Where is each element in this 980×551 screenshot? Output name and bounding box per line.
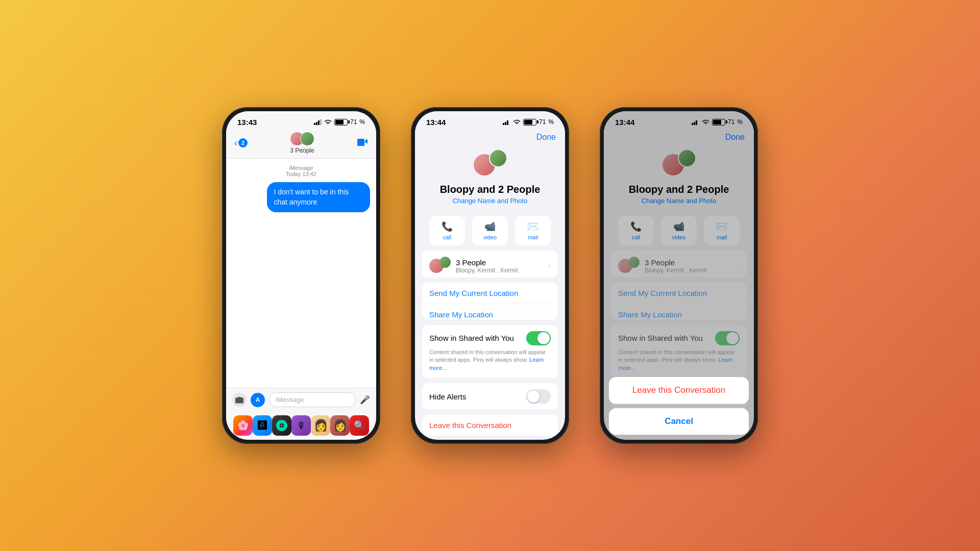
nav-bar-1: ‹ 2 3 People — [226, 130, 376, 159]
cancel-action-3[interactable]: Cancel — [609, 408, 749, 435]
time-1: 13:43 — [237, 118, 257, 127]
svg-rect-1 — [316, 122, 317, 125]
phone-icon-2: 📞 — [442, 221, 453, 232]
nav-center-1[interactable]: 3 People — [290, 132, 314, 154]
video-icon-2: 📹 — [484, 221, 496, 232]
people-sub-2: Bloopy, Kermit , Kermit — [456, 267, 543, 274]
mic-icon-1[interactable]: 🎤 — [360, 395, 370, 405]
mail-label-2: mail — [528, 234, 538, 240]
mail-icon-2: ✉️ — [527, 221, 538, 232]
share-location-2[interactable]: Share My Location — [422, 304, 558, 320]
info-header-2: Done — [415, 130, 565, 144]
battery-icon-2 — [523, 119, 536, 126]
dock-1: 🌸 🅰 🎙 👩 👩 🔍 — [226, 412, 376, 440]
hide-alerts-knob-2 — [527, 390, 540, 403]
video-label-2: video — [483, 234, 497, 240]
message-input-1[interactable]: iMessage — [269, 392, 356, 407]
hero-avatars-2 — [473, 149, 507, 180]
done-button-2[interactable]: Done — [536, 133, 556, 142]
memoji1-icon-1[interactable]: 👩 — [311, 415, 330, 436]
shared-toggle-2[interactable] — [526, 331, 551, 345]
people-card-2: 3 People Bloopy, Kermit , Kermit › — [422, 251, 558, 278]
hide-alerts-row-2: Hide Alerts — [422, 383, 558, 410]
podcast-icon-1[interactable]: 🎙 — [291, 415, 311, 436]
people-row-2[interactable]: 3 People Bloopy, Kermit , Kermit › — [422, 251, 558, 278]
hero-avatar-secondary-2 — [489, 149, 507, 167]
message-bubble-1: I don't want to be in this chat anymore — [267, 182, 371, 212]
svg-rect-3 — [320, 119, 322, 125]
battery-icon-1 — [334, 119, 348, 126]
phone-messages: 13:43 71% — [222, 107, 380, 444]
people-av2-2 — [439, 257, 451, 268]
camera-input-icon-1[interactable] — [232, 393, 247, 407]
search-icon-1[interactable]: 🔍 — [350, 415, 369, 436]
toggle-knob-2 — [537, 332, 550, 344]
signal-icon-2 — [503, 119, 510, 125]
info-hero-2: Bloopy and 2 People Change Name and Phot… — [415, 144, 565, 211]
music-icon-1[interactable] — [272, 415, 291, 436]
appstore-icon-1[interactable]: 🅰 — [253, 415, 272, 436]
location-card-2: Send My Current Location Share My Locati… — [422, 283, 558, 320]
shared-card-2: Show in Shared with You Content shared i… — [422, 325, 558, 378]
nav-badge-1: 2 — [238, 138, 248, 147]
status-icons-2: 71% — [503, 118, 554, 126]
svg-point-6 — [281, 424, 283, 427]
people-avatars-2 — [429, 257, 451, 275]
svg-rect-9 — [507, 120, 508, 125]
battery-pct-2: 71 — [539, 118, 546, 126]
phone-info: 13:44 71% Done — [411, 107, 569, 444]
video-call-button-1[interactable] — [357, 137, 368, 149]
avatar-secondary-1 — [300, 132, 314, 146]
svg-rect-0 — [314, 123, 315, 125]
shared-desc-2: Content shared in this conversation will… — [429, 348, 551, 372]
action-sheet-overlay-3: Leave this Conversation Cancel — [604, 111, 754, 440]
status-bar-1: 13:43 71% — [226, 111, 376, 130]
action-sheet-main-3: Leave this Conversation — [609, 377, 749, 404]
info-sections-2: 3 People Bloopy, Kermit , Kermit › Send … — [415, 251, 565, 440]
call-button-2[interactable]: 📞 call — [429, 216, 465, 245]
call-label-2: call — [443, 234, 452, 240]
shared-title-2: Show in Shared with You — [429, 334, 514, 342]
people-title-2: 3 People — [456, 258, 543, 267]
back-button-1[interactable]: ‹ 2 — [234, 138, 248, 147]
battery-pct-1: 71 — [350, 118, 357, 126]
leave-conversation-2[interactable]: Leave this Conversation — [422, 415, 558, 436]
change-name-photo-2[interactable]: Change Name and Photo — [453, 197, 528, 205]
action-row-2: 📞 call 📹 video ✉️ mail — [415, 211, 565, 251]
apps-input-icon-1[interactable]: A — [251, 393, 265, 407]
hero-name-2: Bloopy and 2 People — [440, 184, 541, 195]
wifi-icon-1 — [324, 119, 332, 125]
shared-row-2: Show in Shared with You — [429, 331, 551, 345]
status-icons-1: 71% — [314, 118, 365, 126]
mail-button-2[interactable]: ✉️ mail — [515, 216, 551, 245]
nav-avatars-1 — [290, 132, 314, 146]
message-timestamp-1: iMessage Today 13:42 — [232, 165, 370, 177]
signal-icon-1 — [314, 119, 322, 125]
memoji2-icon-1[interactable]: 👩 — [330, 415, 350, 436]
apps-icon-1: A — [256, 396, 260, 404]
back-arrow-icon-1: ‹ — [234, 138, 237, 147]
svg-rect-7 — [503, 123, 504, 125]
action-sheet-3: Leave this Conversation Cancel — [604, 377, 754, 440]
time-2: 13:44 — [426, 118, 446, 127]
chevron-icon-2: › — [548, 262, 551, 270]
hide-alerts-toggle-2[interactable] — [526, 389, 551, 404]
photos-app-icon-1[interactable]: 🌸 — [233, 415, 253, 436]
video-button-2[interactable]: 📹 video — [472, 216, 508, 245]
svg-rect-2 — [318, 120, 320, 125]
wifi-icon-2 — [513, 119, 521, 125]
svg-rect-8 — [505, 122, 506, 125]
input-bar-1: A iMessage 🎤 — [226, 388, 376, 412]
messages-area-1: iMessage Today 13:42 I don't want to be … — [226, 159, 376, 388]
send-location-2[interactable]: Send My Current Location — [422, 283, 558, 304]
phone-action-sheet: 13:44 71% Done — [600, 107, 758, 444]
leave-conversation-action-3[interactable]: Leave this Conversation — [609, 377, 749, 404]
hide-alerts-label-2: Hide Alerts — [429, 392, 467, 401]
status-bar-2: 13:44 71% — [415, 111, 565, 130]
nav-title-1: 3 People — [290, 147, 314, 154]
